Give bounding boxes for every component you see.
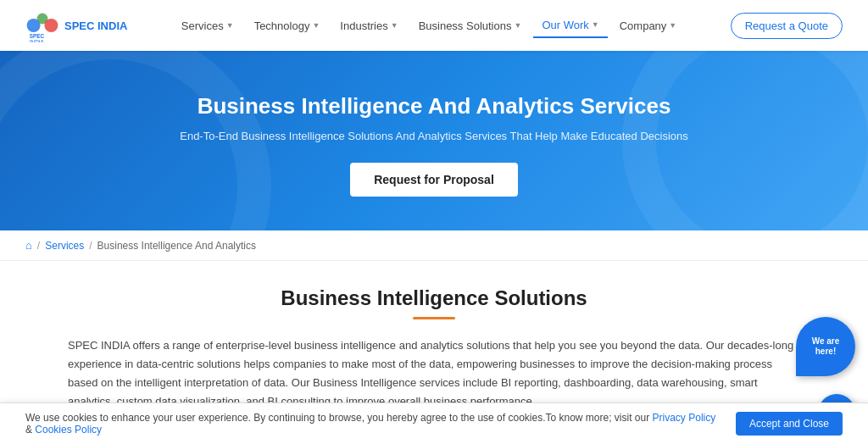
chevron-down-icon: ▼ xyxy=(514,21,521,30)
chevron-down-icon: ▼ xyxy=(226,21,234,30)
breadcrumb-current: Business Intelligence And Analytics xyxy=(97,240,256,252)
logo: SPEC INDIA SPEC INDIA xyxy=(25,8,127,42)
nav-company[interactable]: Company ▼ xyxy=(611,14,686,37)
we-are-here-bubble[interactable]: We are here! xyxy=(796,317,855,376)
chevron-down-icon: ▼ xyxy=(669,21,676,30)
chevron-down-icon: ▼ xyxy=(592,20,599,29)
breadcrumb-services[interactable]: Services xyxy=(45,240,84,252)
nav-business-solutions[interactable]: Business Solutions ▼ xyxy=(410,14,531,37)
hero-title: Business Intelligence And Analytics Serv… xyxy=(17,93,851,119)
nav-technology[interactable]: Technology ▼ xyxy=(246,14,329,37)
home-icon[interactable]: ⌂ xyxy=(25,239,32,252)
privacy-policy-link[interactable]: Privacy Policy xyxy=(653,412,716,424)
we-are-here-widget[interactable]: We are here! xyxy=(796,317,855,376)
brand-name: SPEC INDIA xyxy=(64,19,127,32)
chevron-down-icon: ▼ xyxy=(312,21,320,30)
breadcrumb: ⌂ / Services / Business Intelligence And… xyxy=(0,230,868,261)
request-proposal-button[interactable]: Request for Proposal xyxy=(350,163,518,197)
svg-point-2 xyxy=(44,19,58,32)
nav-our-work[interactable]: Our Work ▼ xyxy=(533,14,607,38)
paragraph-1: SPEC INDIA offers a range of enterprise-… xyxy=(68,336,800,411)
title-underline xyxy=(413,317,455,319)
nav-industries[interactable]: Industries ▼ xyxy=(331,14,406,37)
we-are-here-line2: here! xyxy=(815,347,836,357)
cookie-accept-button[interactable]: Accept and Close xyxy=(736,412,843,436)
svg-text:INDIA: INDIA xyxy=(30,39,45,42)
breadcrumb-separator: / xyxy=(37,240,40,252)
nav-links: Services ▼ Technology ▼ Industries ▼ Bus… xyxy=(173,14,685,38)
navbar: SPEC INDIA SPEC INDIA Services ▼ Technol… xyxy=(0,0,868,51)
request-quote-button[interactable]: Request a Quote xyxy=(731,13,843,39)
cookies-policy-link[interactable]: Cookies Policy xyxy=(35,424,102,436)
cookie-text: We use cookies to enhance your user expe… xyxy=(25,412,719,436)
chevron-down-icon: ▼ xyxy=(391,21,398,30)
hero-subtitle: End-To-End Business Intelligence Solutio… xyxy=(17,130,851,142)
section-title: Business Intelligence Solutions xyxy=(68,286,800,310)
hero-section: Business Intelligence And Analytics Serv… xyxy=(0,51,868,230)
nav-services[interactable]: Services ▼ xyxy=(173,14,242,37)
spec-india-logo: SPEC INDIA xyxy=(25,8,59,42)
we-are-here-line1: We are xyxy=(812,336,840,347)
breadcrumb-separator-2: / xyxy=(89,240,92,252)
cookie-banner: We use cookies to enhance your user expe… xyxy=(0,402,868,444)
